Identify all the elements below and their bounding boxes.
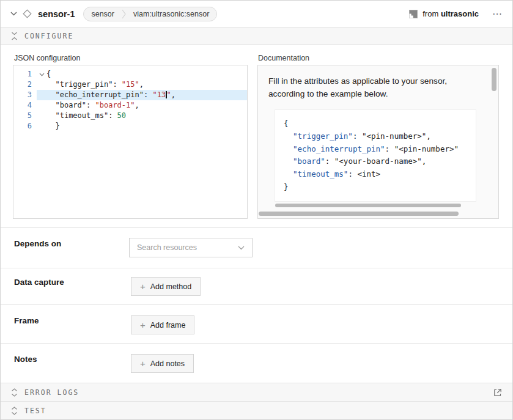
collapse-chevron-icon[interactable] bbox=[10, 12, 17, 16]
module-icon bbox=[409, 10, 418, 18]
editor-line-code[interactable]: "trigger_pin": "15", bbox=[46, 79, 144, 90]
search-resources-placeholder: Search resources bbox=[137, 243, 238, 252]
doc-code-line: } bbox=[284, 181, 476, 194]
component-type-pill: sensor viam:ultrasonic:sensor bbox=[83, 7, 217, 21]
from-module-label[interactable]: from ultrasonic bbox=[423, 9, 479, 18]
add-frame-button-label: Add frame bbox=[150, 321, 186, 330]
editor-line-code[interactable]: "echo_interrupt_pin": "13", bbox=[46, 90, 175, 100]
component-header: sensor-1 sensor viam:ultrasonic:sensor f… bbox=[1, 1, 512, 28]
doc-panel-horizontal-scrollbar[interactable] bbox=[259, 212, 459, 216]
documentation-label: Documentation bbox=[258, 54, 309, 62]
fold-gutter bbox=[37, 100, 46, 111]
plus-icon: + bbox=[140, 320, 146, 330]
line-number: 2 bbox=[13, 79, 37, 90]
line-number: 4 bbox=[13, 100, 37, 111]
error-logs-section-bar[interactable]: ERROR LOGS bbox=[1, 383, 512, 401]
fold-gutter bbox=[37, 90, 46, 100]
plus-icon: + bbox=[140, 282, 146, 291]
chevron-down-icon bbox=[238, 246, 245, 250]
fold-gutter bbox=[37, 111, 46, 121]
pill-separator-chevron-icon bbox=[122, 9, 126, 20]
test-section-bar[interactable]: TEST bbox=[1, 401, 512, 419]
module-name: ultrasonic bbox=[441, 9, 479, 18]
editor-line-code[interactable]: "timeout_ms": 50 bbox=[46, 111, 126, 121]
data-capture-label: Data capture bbox=[14, 278, 64, 287]
add-method-button[interactable]: + Add method bbox=[131, 277, 201, 296]
depends-on-label: Depends on bbox=[14, 239, 61, 248]
configure-section-bar[interactable]: CONFIGURE bbox=[1, 28, 512, 45]
fold-gutter bbox=[37, 121, 46, 131]
component-name: sensor-1 bbox=[38, 9, 75, 19]
documentation-intro-text: Fill in the attributes as applicable to … bbox=[268, 75, 481, 101]
sensor-diamond-icon bbox=[23, 9, 32, 18]
from-word: from bbox=[423, 9, 438, 18]
row-divider bbox=[1, 227, 512, 228]
test-section-title: TEST bbox=[24, 407, 46, 415]
add-notes-button[interactable]: + Add notes bbox=[131, 354, 194, 373]
row-divider bbox=[1, 304, 512, 305]
fold-chevron-icon[interactable] bbox=[37, 69, 46, 79]
collapse-section-icon[interactable] bbox=[11, 32, 18, 40]
overflow-menu-button[interactable]: ⋯ bbox=[492, 9, 503, 19]
configure-section-title: CONFIGURE bbox=[24, 32, 73, 40]
fold-gutter bbox=[37, 79, 46, 90]
component-card: sensor-1 sensor viam:ultrasonic:sensor f… bbox=[0, 0, 513, 420]
expand-section-icon[interactable] bbox=[11, 388, 18, 397]
doc-code-line: "trigger_pin": "<pin-number>", bbox=[284, 130, 476, 143]
frame-label: Frame bbox=[14, 316, 39, 325]
error-logs-section-title: ERROR LOGS bbox=[24, 388, 79, 397]
open-logs-external-icon[interactable] bbox=[493, 388, 502, 397]
editor-line[interactable]: 4 "board": "board-1", bbox=[13, 100, 247, 111]
editor-line[interactable]: 1{ bbox=[13, 69, 247, 79]
json-config-editor[interactable]: 1{2 "trigger_pin": "15",3 "echo_interrup… bbox=[13, 65, 248, 219]
editor-line[interactable]: 2 "trigger_pin": "15", bbox=[13, 79, 247, 90]
editor-line-code[interactable]: { bbox=[46, 69, 51, 79]
editor-line[interactable]: 3 "echo_interrupt_pin": "13", bbox=[13, 90, 247, 100]
doc-code-line: "echo_interrupt_pin": "<pin-number>" bbox=[284, 143, 476, 156]
row-divider bbox=[1, 268, 512, 268]
add-frame-button[interactable]: + Add frame bbox=[131, 315, 194, 334]
model-badge: viam:ultrasonic:sensor bbox=[126, 10, 216, 18]
header-right-group: from ultrasonic ⋯ bbox=[409, 9, 503, 19]
row-divider bbox=[1, 343, 512, 344]
expand-section-icon[interactable] bbox=[11, 407, 18, 415]
line-number: 3 bbox=[13, 90, 37, 100]
doc-vertical-scrollbar[interactable] bbox=[492, 68, 496, 91]
doc-code-line: "board": "<your-board-name>", bbox=[284, 155, 476, 168]
json-editor-lines[interactable]: 1{2 "trigger_pin": "15",3 "echo_interrup… bbox=[13, 69, 247, 131]
line-number: 5 bbox=[13, 111, 37, 121]
depends-on-search-select[interactable]: Search resources bbox=[129, 238, 253, 257]
editor-line[interactable]: 6 } bbox=[13, 121, 247, 131]
add-notes-button-label: Add notes bbox=[150, 359, 185, 368]
line-number: 6 bbox=[13, 121, 37, 131]
notes-label: Notes bbox=[14, 355, 37, 364]
editor-line-code[interactable]: } bbox=[46, 121, 60, 131]
doc-code-horizontal-scrollbar[interactable] bbox=[275, 204, 461, 207]
documentation-code-example: { "trigger_pin": "<pin-number>", "echo_i… bbox=[275, 109, 476, 202]
documentation-panel: Fill in the attributes as applicable to … bbox=[257, 65, 499, 219]
doc-code-line: "timeout_ms": <int> bbox=[284, 168, 476, 181]
json-config-label: JSON configuration bbox=[14, 54, 80, 62]
plus-icon: + bbox=[140, 359, 146, 368]
editor-line[interactable]: 5 "timeout_ms": 50 bbox=[13, 111, 247, 121]
type-badge: sensor bbox=[84, 10, 122, 18]
line-number: 1 bbox=[13, 69, 37, 79]
doc-code-line: { bbox=[284, 117, 476, 130]
add-method-button-label: Add method bbox=[150, 282, 191, 291]
editor-line-code[interactable]: "board": "board-1", bbox=[46, 100, 139, 111]
